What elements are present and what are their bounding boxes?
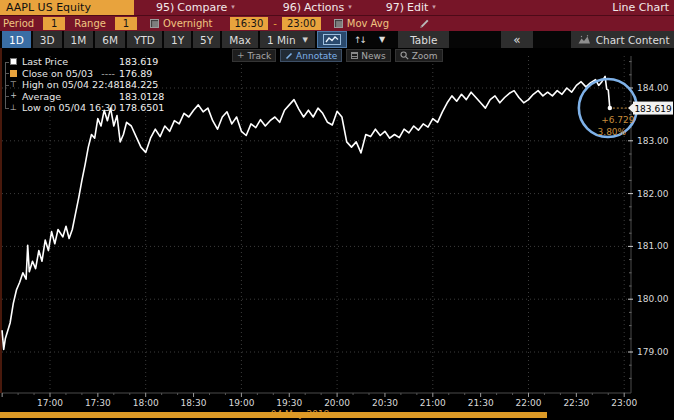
- menu-number: 97): [386, 1, 404, 14]
- pencil-icon[interactable]: [419, 18, 430, 29]
- line-chart-icon: [323, 34, 341, 45]
- tab-range-6m[interactable]: 6M: [95, 31, 125, 48]
- legend-label: Low on 05/04 16:30: [22, 103, 119, 113]
- zoom-button[interactable]: Zoom: [395, 49, 443, 62]
- mini-chart-icon: [578, 35, 591, 44]
- legend-row-last-price[interactable]: Last Price 183.619: [3, 56, 164, 68]
- legend-value: 183.0128: [119, 92, 164, 102]
- legend-label: High on 05/04 22:48: [22, 80, 119, 90]
- x-axis-tick-label[interactable]: 19:30: [276, 398, 302, 408]
- bloomberg-chart-window: AAPL US Equity 95) Compare ▾ 96) Actions…: [0, 0, 674, 420]
- y-axis-tick-label[interactable]: 182.00: [637, 189, 669, 199]
- legend-row-close[interactable]: Close on 05/03 ---- 176.89: [3, 68, 164, 80]
- movavg-label: Mov Avg: [347, 18, 389, 29]
- interval-select[interactable]: 1 Min ▼: [260, 31, 315, 48]
- track-button[interactable]: + Track: [232, 49, 276, 62]
- chart-content-button[interactable]: Chart Content: [571, 31, 674, 48]
- chevron-down-icon: ▾: [432, 4, 436, 11]
- chart-options-dropdown[interactable]: ▼: [374, 31, 390, 48]
- table-button[interactable]: Table: [398, 31, 449, 48]
- end-time-input[interactable]: 23:00: [282, 17, 321, 30]
- news-icon: [351, 52, 358, 59]
- last-price-value[interactable]: 183.619: [634, 104, 671, 114]
- x-axis-tick-label[interactable]: 18:00: [133, 398, 159, 408]
- line-chart-type-button[interactable]: [317, 31, 347, 48]
- chart-toolbar: 1D 3D 1M 6M YTD 1Y 5Y Max 1 Min ▼ ↑↓ ▼ T…: [0, 31, 674, 48]
- tab-range-3d[interactable]: 3D: [33, 31, 62, 48]
- x-axis-tick-label[interactable]: 22:30: [563, 398, 589, 408]
- movavg-checkbox[interactable]: [334, 19, 343, 28]
- track-label: Track: [248, 51, 272, 61]
- annotate-pencil-icon: [285, 52, 293, 60]
- overnight-checkbox[interactable]: [150, 19, 159, 28]
- interval-value: 1 Min: [267, 34, 296, 46]
- y-axis-tick-label[interactable]: 179.00: [637, 347, 669, 357]
- chart-legend: Last Price 183.619 Close on 05/03 ---- 1…: [3, 56, 164, 114]
- x-axis-tick-label[interactable]: 19:00: [228, 398, 254, 408]
- tab-range-max[interactable]: Max: [222, 31, 258, 48]
- y-axis-tick-label[interactable]: 181.00: [637, 241, 669, 251]
- menu-number: 96): [283, 1, 301, 14]
- x-axis-tick-label[interactable]: 17:30: [85, 398, 111, 408]
- x-axis-tick-label[interactable]: 23:00: [611, 398, 637, 408]
- start-time-input[interactable]: 16:30: [230, 17, 269, 30]
- menu-label: Compare: [177, 1, 227, 14]
- tab-range-1d[interactable]: 1D: [2, 31, 31, 48]
- chart-type-label: Line Chart: [612, 1, 674, 14]
- last-price-dot: [608, 106, 612, 110]
- x-axis-tick-label[interactable]: 21:00: [420, 398, 446, 408]
- plus-icon: +: [237, 51, 245, 60]
- x-axis-tick-label[interactable]: 22:00: [516, 398, 542, 408]
- period-label: Period: [3, 18, 34, 29]
- x-axis-tick-label[interactable]: 18:30: [181, 398, 207, 408]
- menu-edit[interactable]: 97) Edit ▾: [386, 1, 436, 14]
- x-axis-tick-label[interactable]: 17:00: [37, 398, 63, 408]
- legend-value: 176.89: [119, 69, 152, 79]
- parameter-bar: Period 1 Range 1 Overnight 16:30 - 23:00…: [0, 15, 674, 31]
- range-input[interactable]: 1: [115, 17, 137, 30]
- price-line: [2, 76, 610, 349]
- range-label: Range: [74, 18, 106, 29]
- security-ticker[interactable]: AAPL US Equity: [0, 0, 134, 15]
- annotation-percent-label: 3.80%: [598, 127, 627, 137]
- menu-compare[interactable]: 95) Compare ▾: [156, 1, 235, 14]
- panel-left-border: [0, 48, 2, 393]
- overnight-label: Overnight: [163, 18, 213, 29]
- annotate-button[interactable]: Annotate: [280, 49, 342, 62]
- tab-range-5y[interactable]: 5Y: [193, 31, 220, 48]
- annotation-change-label: +6.729: [601, 115, 635, 125]
- annotate-label: Annotate: [296, 51, 337, 61]
- collapse-panel-button[interactable]: «: [501, 31, 532, 48]
- tab-range-ytd[interactable]: YTD: [127, 31, 162, 48]
- zoom-label: Zoom: [412, 51, 438, 61]
- chart-panel: 17:0017:3018:0018:3019:0019:3020:0020:30…: [0, 48, 674, 420]
- legend-row-high[interactable]: ⊤ High on 05/04 22:48 184.225: [3, 79, 164, 91]
- legend-row-low[interactable]: ⊥ Low on 05/04 16:30 178.6501: [3, 102, 164, 114]
- y-axis-tick-label[interactable]: 184.00: [637, 83, 669, 93]
- horizontal-scrollbar[interactable]: [0, 412, 547, 418]
- axis-settings-button[interactable]: ↑↓: [349, 31, 372, 48]
- high-marker-icon: ⊤: [10, 81, 17, 89]
- news-button[interactable]: News: [346, 49, 390, 62]
- period-input[interactable]: 1: [43, 17, 65, 30]
- x-axis-tick-label[interactable]: 20:00: [324, 398, 350, 408]
- chevron-down-icon: ▾: [231, 4, 235, 11]
- x-axis-tick-label[interactable]: 20:30: [372, 398, 398, 408]
- menu-label: Edit: [407, 1, 428, 14]
- tab-range-1m[interactable]: 1M: [64, 31, 94, 48]
- menu-actions[interactable]: 96) Actions ▾: [283, 1, 352, 14]
- title-bar: AAPL US Equity 95) Compare ▾ 96) Actions…: [0, 0, 674, 15]
- chart-tools-toolbar: + Track Annotate News Zoom: [232, 49, 443, 62]
- time-range-dash: -: [273, 18, 277, 29]
- white-square-marker-icon: [10, 58, 17, 65]
- legend-value: 183.619: [119, 57, 158, 67]
- tab-range-1y[interactable]: 1Y: [164, 31, 191, 48]
- y-axis-tick-label[interactable]: 180.00: [637, 294, 669, 304]
- y-axis-tick-label[interactable]: 183.00: [637, 136, 669, 146]
- chart-content-label: Chart Content: [596, 34, 670, 46]
- legend-row-average[interactable]: + Average 183.0128: [3, 91, 164, 103]
- legend-value: 184.225: [119, 80, 158, 90]
- x-axis-tick-label[interactable]: 21:30: [468, 398, 494, 408]
- menu-number: 95): [156, 1, 174, 14]
- news-label: News: [361, 51, 385, 61]
